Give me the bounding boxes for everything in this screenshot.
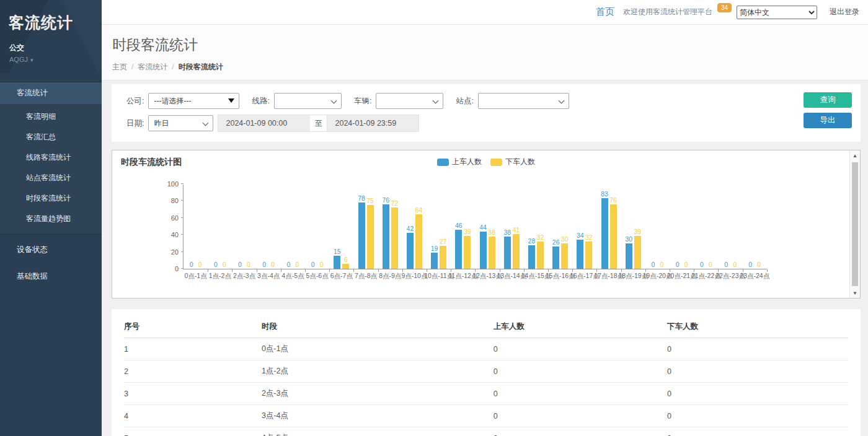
bar-value-label: 39	[634, 228, 641, 235]
nav-subitem-站点客流统计[interactable]: 站点客流统计	[0, 168, 102, 188]
table-row[interactable]: 54点-5点00	[124, 427, 848, 436]
chart-category: 002点-3点	[232, 185, 256, 269]
bar-alighting	[342, 264, 349, 269]
table-cell: 0	[667, 405, 848, 427]
bar-boarding	[528, 245, 535, 269]
nav-passenger-stats[interactable]: 客流统计	[0, 82, 102, 104]
date-from-input[interactable]: 2024-01-09 00:00	[218, 115, 310, 132]
table-header-row: 序号时段上车人数下车人数	[124, 315, 848, 338]
legend-item[interactable]: 下车人数	[490, 157, 535, 167]
x-axis-label: 8点-9点	[379, 272, 401, 281]
chart-category: 384113点-14点	[500, 185, 524, 269]
nav-subitem-客流明细[interactable]: 客流明细	[0, 107, 102, 127]
filter-panel: 公司:---请选择---线路:车辆:站点: 日期: 昨日 2024-01-09 …	[112, 84, 861, 142]
bar-alighting	[513, 234, 520, 269]
filter-select[interactable]: ---请选择---	[148, 93, 239, 109]
bar-group-boarding: 0	[237, 261, 244, 269]
language-select[interactable]: 简体中文	[737, 6, 817, 19]
bar-value-label: 0	[262, 261, 266, 268]
nav-subitem-时段客流统计[interactable]: 时段客流统计	[0, 188, 102, 209]
table-cell: 2	[124, 360, 262, 383]
scrollbar-thumb[interactable]	[852, 162, 858, 286]
chart-category: 42649点-10点	[402, 185, 427, 269]
nav-subitem-线路客流统计[interactable]: 线路客流统计	[0, 147, 102, 168]
nav-sections: 设备状态基础数据	[0, 238, 102, 288]
bar-value-label: 19	[431, 245, 438, 252]
bar-alighting	[585, 242, 592, 269]
nav-subitem-客流量趋势图[interactable]: 客流量趋势图	[0, 209, 102, 229]
bar-value-label: 0	[700, 261, 704, 268]
bar-group-alighting: 75	[367, 197, 374, 269]
bar-group-boarding: 0	[212, 261, 219, 269]
stats-table: 序号时段上车人数下车人数 10点-1点0021点-2点0032点-3点0043点…	[124, 315, 848, 436]
bar-value-label: 0	[198, 261, 202, 268]
bar-value-label: 0	[238, 261, 242, 268]
date-preset-select[interactable]: 昨日	[148, 115, 213, 131]
bar-group-alighting: 0	[318, 261, 325, 269]
chevron-down-icon	[433, 98, 439, 104]
legend-label: 下车人数	[505, 157, 535, 167]
bar-value-label: 28	[528, 237, 536, 245]
filter-select[interactable]	[478, 93, 569, 109]
breadcrumb-home[interactable]: 主页	[112, 63, 127, 71]
bar-alighting	[634, 236, 641, 269]
search-button[interactable]: 查询	[804, 92, 852, 108]
filter-select[interactable]	[274, 93, 342, 109]
bar-value-label: 83	[601, 190, 608, 198]
bar-value-label: 44	[479, 224, 487, 231]
bar-value-label: 0	[733, 261, 737, 268]
bar-value-label: 0	[311, 261, 315, 268]
table-row[interactable]: 10点-1点00	[124, 338, 848, 360]
page-header: 时段客流统计 主页/客流统计/时段客流统计	[102, 25, 868, 81]
table-cell: 4点-5点	[262, 427, 494, 436]
scroll-down-icon[interactable]: ▼	[850, 288, 860, 298]
chart-category: 78757点-8点	[353, 185, 378, 269]
breadcrumb-separator: /	[131, 63, 133, 71]
bar-alighting	[561, 243, 568, 269]
export-button[interactable]: 导出	[804, 113, 852, 128]
y-axis-tick-label: 40	[160, 231, 179, 238]
nav-subitem-客流汇总[interactable]: 客流汇总	[0, 127, 102, 147]
bar-group-boarding: 26	[552, 238, 559, 269]
chart-scrollbar[interactable]: ▲ ▼	[849, 150, 860, 298]
nav-section-基础数据[interactable]: 基础数据	[0, 265, 102, 288]
bar-group-boarding: 0	[285, 261, 292, 269]
x-axis-label: 4点-5点	[281, 272, 304, 281]
table-header-cell: 序号	[124, 315, 262, 338]
table-row[interactable]: 21点-2点00	[124, 360, 848, 383]
table-cell: 0点-1点	[262, 338, 494, 360]
notification-badge[interactable]: 34	[717, 3, 732, 12]
bar-group-alighting: 0	[658, 261, 665, 269]
chart-category: 443812点-13点	[475, 185, 499, 269]
nav-section-设备状态[interactable]: 设备状态	[0, 238, 102, 261]
bar-group-boarding: 0	[261, 261, 268, 269]
bar-boarding	[552, 246, 559, 269]
bar-value-label: 42	[407, 225, 414, 232]
y-axis-tick-label: 60	[160, 214, 179, 222]
table-cell: 1点-2点	[262, 360, 494, 383]
table-cell: 0	[494, 360, 667, 383]
logout-link[interactable]: 退出登录	[830, 7, 859, 17]
bar-value-label: 0	[652, 261, 655, 268]
dropdown-triangle-icon	[228, 98, 234, 103]
chart-category: 283214点-15点	[524, 185, 548, 269]
table-row[interactable]: 43点-4点00	[124, 405, 848, 427]
bar-value-label: 26	[552, 238, 560, 246]
table-row[interactable]: 32点-3点00	[124, 383, 848, 405]
home-link[interactable]: 首页	[596, 6, 614, 18]
y-axis-tick-label: 0	[160, 265, 179, 272]
date-to-input[interactable]: 2024-01-09 23:59	[327, 115, 419, 132]
bar-value-label: 32	[585, 233, 593, 241]
user-menu[interactable]: AQGJ▾	[9, 56, 92, 63]
legend-item[interactable]: 上车人数	[437, 157, 482, 167]
bar-group-alighting: 41	[513, 226, 520, 269]
chart-category: 0023点-24点	[743, 185, 767, 269]
x-axis-label: 1点-2点	[209, 272, 231, 281]
bar-boarding	[480, 232, 487, 269]
bar-boarding	[383, 204, 389, 269]
breadcrumb-parent[interactable]: 客流统计	[138, 63, 167, 71]
bar-alighting	[415, 214, 422, 269]
filter-select[interactable]	[376, 93, 443, 109]
scroll-up-icon[interactable]: ▲	[850, 150, 860, 160]
nav-submenu: 客流明细客流汇总线路客流统计站点客流统计时段客流统计客流量趋势图	[0, 104, 102, 235]
